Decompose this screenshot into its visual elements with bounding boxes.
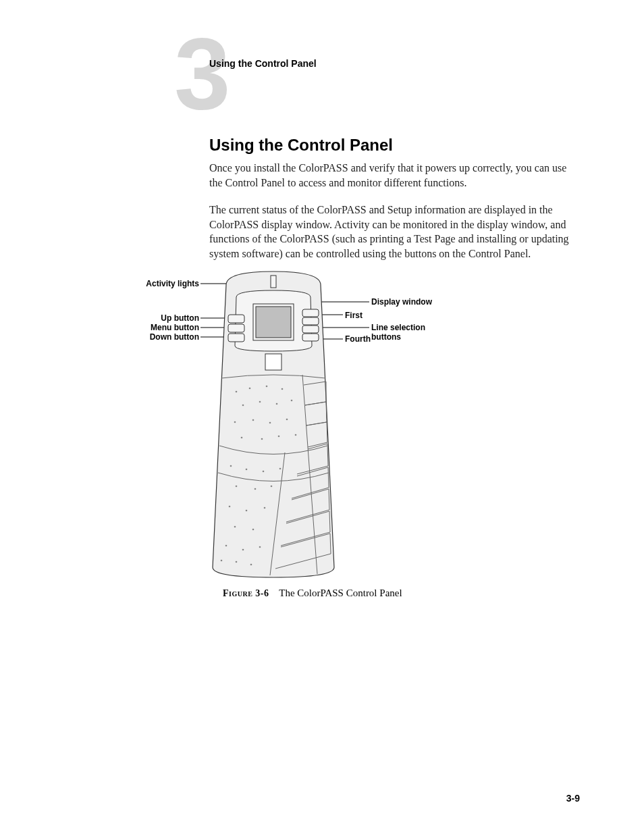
svg-point-36 bbox=[229, 506, 231, 508]
svg-point-15 bbox=[266, 386, 268, 388]
svg-point-19 bbox=[276, 403, 278, 405]
callout-fourth: Fourth bbox=[345, 334, 371, 344]
svg-point-25 bbox=[241, 437, 243, 439]
svg-point-45 bbox=[221, 560, 223, 562]
svg-point-31 bbox=[263, 471, 265, 473]
figure-caption-label: Figure 3-6 bbox=[223, 588, 269, 598]
svg-point-43 bbox=[259, 546, 261, 548]
svg-point-18 bbox=[259, 401, 261, 403]
svg-point-32 bbox=[279, 468, 281, 470]
running-header: Using the Control Panel bbox=[209, 58, 317, 69]
page-number: 3-9 bbox=[566, 793, 580, 804]
figure-caption-text: The ColorPASS Control Panel bbox=[279, 588, 402, 598]
svg-point-24 bbox=[286, 419, 288, 421]
svg-point-39 bbox=[234, 526, 236, 528]
callout-display-window: Display window bbox=[371, 297, 432, 307]
svg-point-33 bbox=[236, 486, 238, 488]
callout-first: First bbox=[345, 311, 363, 320]
svg-point-30 bbox=[246, 469, 248, 471]
svg-point-38 bbox=[264, 507, 266, 509]
svg-point-22 bbox=[252, 419, 254, 421]
svg-point-13 bbox=[236, 391, 238, 393]
svg-point-35 bbox=[271, 486, 273, 488]
svg-point-46 bbox=[250, 564, 252, 566]
svg-point-41 bbox=[225, 545, 227, 547]
svg-point-20 bbox=[291, 400, 293, 402]
callout-activity-lights: Activity lights bbox=[132, 279, 199, 288]
callout-buttons: buttons bbox=[371, 332, 401, 342]
svg-point-16 bbox=[281, 388, 284, 390]
figure-control-panel: Activity lights Up button Menu button Do… bbox=[135, 270, 513, 581]
chapter-number: 3 bbox=[174, 23, 230, 124]
figure-caption: Figure 3-6 The ColorPASS Control Panel bbox=[223, 588, 402, 599]
svg-point-26 bbox=[261, 438, 263, 440]
svg-point-23 bbox=[269, 422, 271, 424]
callout-line-selection: Line selection bbox=[371, 323, 425, 332]
callout-menu-button: Menu button bbox=[135, 323, 199, 332]
callout-down-button: Down button bbox=[135, 332, 199, 342]
svg-point-40 bbox=[252, 529, 254, 531]
body-paragraph-1: Once you install the ColorPASS and verif… bbox=[209, 161, 574, 190]
svg-point-28 bbox=[295, 434, 297, 436]
callout-up-button: Up button bbox=[135, 313, 199, 323]
svg-point-27 bbox=[278, 436, 280, 438]
svg-point-21 bbox=[234, 421, 236, 423]
svg-point-44 bbox=[236, 561, 238, 563]
svg-rect-10 bbox=[256, 307, 291, 338]
svg-point-17 bbox=[242, 405, 244, 407]
svg-rect-9 bbox=[271, 276, 276, 288]
svg-point-34 bbox=[254, 488, 257, 490]
section-heading: Using the Control Panel bbox=[209, 136, 393, 155]
svg-point-14 bbox=[249, 388, 251, 390]
svg-point-42 bbox=[242, 549, 244, 551]
svg-point-37 bbox=[246, 510, 248, 512]
svg-rect-12 bbox=[265, 354, 281, 370]
svg-point-29 bbox=[230, 465, 232, 467]
body-paragraph-2: The current status of the ColorPASS and … bbox=[209, 203, 574, 261]
